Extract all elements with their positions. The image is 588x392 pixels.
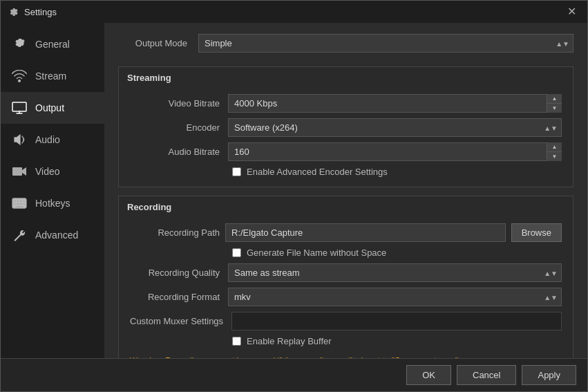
muxer-label: Custom Muxer Settings	[130, 316, 223, 326]
streaming-title: Streaming	[119, 67, 573, 88]
encoder-row: Encoder Software (x264) ▲▼	[130, 118, 562, 137]
recording-format-select[interactable]: mkv	[228, 288, 562, 306]
audio-bitrate-input[interactable]	[228, 142, 562, 161]
encoder-select[interactable]: Software (x264)	[228, 118, 562, 137]
audio-bitrate-arrows: ▲ ▼	[547, 142, 562, 161]
title-bar-left: Settings	[8, 6, 57, 17]
sidebar-label-advanced: Advanced	[35, 230, 78, 241]
cancel-button[interactable]: Cancel	[457, 365, 516, 385]
browse-button[interactable]: Browse	[511, 223, 562, 242]
advanced-encoder-checkbox[interactable]	[232, 167, 241, 176]
svg-rect-8	[14, 203, 16, 205]
close-button[interactable]: ✕	[563, 5, 580, 19]
recording-path-label: Recording Path	[130, 227, 220, 238]
svg-rect-9	[17, 203, 22, 205]
recording-format-label: Recording Format	[130, 292, 220, 302]
sidebar-label-stream: Stream	[35, 71, 66, 82]
sidebar-item-audio[interactable]: Audio	[1, 124, 104, 156]
advanced-encoder-label: Enable Advanced Encoder Settings	[247, 167, 388, 177]
replay-buffer-label: Enable Replay Buffer	[247, 336, 332, 346]
video-bitrate-label: Video Bitrate	[130, 98, 220, 109]
main-content: General Stream Output Audi	[1, 23, 587, 358]
streaming-body: Video Bitrate ▲ ▼ Encoder	[119, 88, 573, 187]
title-bar: Settings ✕	[1, 1, 587, 23]
output-mode-select[interactable]: Simple	[198, 34, 573, 53]
audio-bitrate-up-button[interactable]: ▲	[547, 142, 562, 152]
recording-title: Recording	[119, 196, 573, 218]
recording-section: Recording Recording Path Browse Generate…	[118, 196, 573, 358]
keyboard-icon	[12, 196, 27, 211]
sidebar-item-stream[interactable]: Stream	[1, 60, 104, 92]
svg-rect-2	[12, 167, 22, 176]
recording-quality-label: Recording Quality	[130, 268, 220, 278]
wrench-icon	[12, 227, 27, 243]
svg-rect-4	[14, 200, 16, 202]
output-mode-row: Output Mode Simple ▲▼	[118, 34, 573, 58]
sidebar: General Stream Output Audi	[1, 23, 104, 358]
svg-rect-1	[12, 102, 26, 111]
content-area: Output Mode Simple ▲▼ Streaming Video Bi…	[104, 23, 587, 358]
audio-bitrate-spinbox: ▲ ▼	[228, 142, 562, 161]
svg-rect-5	[17, 200, 19, 202]
window-title: Settings	[24, 7, 57, 17]
audio-bitrate-row: Audio Bitrate ▲ ▼	[130, 142, 562, 161]
sidebar-item-output[interactable]: Output	[1, 92, 104, 124]
gear-icon	[12, 37, 27, 52]
video-bitrate-arrows: ▲ ▼	[547, 94, 562, 113]
advanced-encoder-row: Enable Advanced Encoder Settings	[130, 167, 562, 177]
file-name-checkbox[interactable]	[232, 248, 241, 257]
file-name-row: Generate File Name without Space	[130, 248, 562, 258]
output-mode-select-wrapper: Simple ▲▼	[198, 34, 573, 53]
sidebar-item-advanced[interactable]: Advanced	[1, 219, 104, 251]
sidebar-label-hotkeys: Hotkeys	[35, 198, 70, 209]
recording-format-select-wrapper: mkv ▲▼	[228, 288, 562, 306]
settings-title-icon	[8, 6, 19, 17]
replay-buffer-row: Enable Replay Buffer	[130, 336, 562, 346]
replay-buffer-checkbox[interactable]	[232, 337, 241, 346]
encoder-label: Encoder	[130, 122, 220, 133]
warning-text: Warning: Recordings cannot be paused if …	[130, 352, 562, 358]
sidebar-item-video[interactable]: Video	[1, 156, 104, 187]
muxer-row: Custom Muxer Settings	[130, 312, 562, 330]
svg-rect-7	[23, 200, 26, 202]
sidebar-label-audio: Audio	[35, 134, 60, 145]
settings-dialog: Settings ✕ General Stream	[0, 0, 588, 392]
sidebar-item-general[interactable]: General	[1, 28, 104, 60]
recording-body: Recording Path Browse Generate File Name…	[119, 218, 573, 358]
recording-path-input[interactable]	[225, 223, 506, 242]
recording-format-row: Recording Format mkv ▲▼	[130, 288, 562, 306]
ok-button[interactable]: OK	[406, 365, 451, 385]
footer: OK Cancel Apply	[1, 358, 587, 391]
file-name-label: Generate File Name without Space	[247, 248, 386, 258]
video-bitrate-up-button[interactable]: ▲	[547, 94, 562, 104]
svg-point-0	[18, 80, 21, 82]
svg-rect-11	[15, 206, 23, 207]
video-bitrate-row: Video Bitrate ▲ ▼	[130, 94, 562, 113]
audio-bitrate-down-button[interactable]: ▼	[547, 152, 562, 161]
video-bitrate-down-button[interactable]: ▼	[547, 104, 562, 113]
wifi-icon	[12, 68, 27, 84]
audio-bitrate-label: Audio Bitrate	[130, 147, 220, 157]
sidebar-label-general: General	[35, 39, 70, 50]
sidebar-item-hotkeys[interactable]: Hotkeys	[1, 187, 104, 219]
video-icon	[12, 164, 27, 179]
streaming-section: Streaming Video Bitrate ▲ ▼	[118, 66, 573, 187]
speaker-icon	[12, 132, 27, 147]
recording-quality-select[interactable]: Same as stream	[228, 263, 562, 282]
muxer-input[interactable]	[231, 312, 562, 330]
sidebar-label-output: Output	[35, 102, 64, 113]
apply-button[interactable]: Apply	[522, 365, 576, 385]
recording-path-row: Recording Path Browse	[130, 223, 562, 242]
video-bitrate-input[interactable]	[228, 94, 562, 113]
recording-quality-select-wrapper: Same as stream ▲▼	[228, 263, 562, 282]
recording-quality-row: Recording Quality Same as stream ▲▼	[130, 263, 562, 282]
video-bitrate-spinbox: ▲ ▼	[228, 94, 562, 113]
svg-rect-6	[20, 200, 22, 202]
output-mode-label: Output Mode	[118, 38, 187, 48]
svg-rect-10	[23, 203, 26, 205]
monitor-icon	[12, 100, 27, 115]
sidebar-label-video: Video	[35, 166, 60, 177]
encoder-select-wrapper: Software (x264) ▲▼	[228, 118, 562, 137]
